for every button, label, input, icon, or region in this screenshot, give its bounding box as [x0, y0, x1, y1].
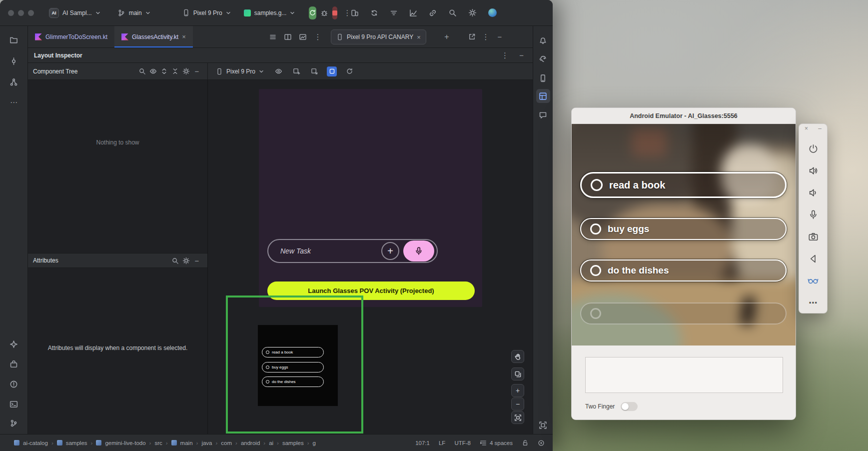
- close-icon[interactable]: ×: [182, 34, 186, 40]
- editor-more-icon[interactable]: ⋮: [312, 26, 324, 48]
- snapshot-add-button[interactable]: [291, 66, 302, 77]
- zoom-out-button[interactable]: −: [511, 398, 524, 410]
- inspector-device-selector[interactable]: Pixel 9 Pro: [214, 67, 266, 76]
- line-separator[interactable]: LF: [439, 440, 445, 446]
- sidebar-item-build[interactable]: [7, 357, 21, 371]
- task-item-selected[interactable]: read a book: [580, 172, 787, 198]
- vcs-branch-widget[interactable]: main: [114, 7, 153, 19]
- run-more-icon[interactable]: ⋮: [343, 9, 351, 16]
- unlock-icon[interactable]: [522, 440, 529, 446]
- close-icon[interactable]: ×: [417, 34, 421, 40]
- microphone-button[interactable]: [807, 208, 820, 221]
- tree-search-button[interactable]: [136, 66, 147, 77]
- panel-minimize-button[interactable]: −: [519, 52, 524, 59]
- breadcrumb-item[interactable]: gemini-live-todo: [105, 440, 145, 446]
- emulator-screen[interactable]: read a book buy eggs do the dishes: [572, 124, 796, 346]
- tree-settings-button[interactable]: [180, 66, 191, 77]
- tree-filter-button[interactable]: [147, 66, 158, 77]
- view-options-button[interactable]: [273, 66, 284, 77]
- voice-input-button[interactable]: [403, 240, 434, 262]
- sidebar-item-problems[interactable]: [7, 377, 21, 391]
- radio-icon[interactable]: [591, 179, 603, 191]
- sidebar-item-notifications[interactable]: [536, 33, 550, 47]
- open-in-window-button[interactable]: [466, 26, 478, 48]
- device-selector-widget[interactable]: Pixel 9 Pro: [179, 7, 234, 18]
- radio-icon[interactable]: [590, 265, 601, 276]
- profiler-icon[interactable]: [409, 9, 417, 17]
- layers-button[interactable]: [511, 368, 524, 380]
- breadcrumb-item[interactable]: samples: [66, 440, 87, 446]
- breadcrumb-item[interactable]: ai: [269, 440, 273, 446]
- attributes-hide-button[interactable]: −: [191, 255, 202, 266]
- running-devices-tab[interactable]: Pixel 9 Pro API CANARY ×: [331, 30, 426, 44]
- expand-all-button[interactable]: [158, 66, 169, 77]
- deep-inspect-toggle[interactable]: [327, 66, 337, 76]
- device-screenshot-phone[interactable]: New Task + Launch Glasses POV Activity (…: [259, 89, 482, 307]
- panel-more-button[interactable]: ⋮: [480, 26, 492, 48]
- sidebar-item-layout-inspector[interactable]: [536, 89, 550, 103]
- sidebar-item-device-manager[interactable]: [536, 71, 550, 85]
- refresh-button[interactable]: [344, 66, 355, 77]
- radio-icon[interactable]: [590, 224, 601, 234]
- stop-button[interactable]: [332, 6, 337, 20]
- project-widget[interactable]: AI AI Sampl...: [46, 6, 103, 20]
- profile-globe-icon[interactable]: [488, 8, 497, 17]
- volume-down-button[interactable]: [807, 186, 820, 199]
- sidebar-item-project[interactable]: [7, 33, 21, 47]
- sync-icon[interactable]: [370, 9, 378, 17]
- design-view-button[interactable]: [297, 26, 309, 48]
- traffic-light-minimize[interactable]: [18, 10, 24, 16]
- breadcrumb-item[interactable]: com: [221, 440, 232, 446]
- rerun-button[interactable]: [309, 6, 316, 20]
- split-view-button[interactable]: [282, 26, 294, 48]
- gear-icon[interactable]: [468, 8, 477, 17]
- task-item[interactable]: do the dishes: [580, 260, 787, 282]
- search-icon[interactable]: [448, 8, 457, 17]
- add-task-button[interactable]: +: [381, 242, 399, 260]
- more-options-button[interactable]: ⋯: [807, 296, 820, 309]
- pair-devices-icon[interactable]: [351, 9, 359, 17]
- zoom-in-button[interactable]: +: [511, 384, 524, 397]
- tab-glassesactivity[interactable]: GlassesActivity.kt ×: [114, 26, 193, 48]
- breadcrumb-item[interactable]: main: [180, 440, 193, 446]
- pan-mode-button[interactable]: [511, 350, 524, 363]
- sidebar-item-gradle[interactable]: [536, 52, 550, 66]
- toolbar-minimize-button[interactable]: –: [818, 126, 822, 132]
- run-configuration-widget[interactable]: samples.g...: [241, 8, 298, 18]
- volume-up-button[interactable]: [807, 164, 820, 177]
- breadcrumb-item[interactable]: java: [201, 440, 212, 446]
- breadcrumb-item[interactable]: android: [241, 440, 260, 446]
- component-tree-panel[interactable]: Nothing to show: [28, 80, 207, 253]
- sidebar-item-more[interactable]: ⋯: [7, 95, 21, 109]
- link-icon[interactable]: [429, 9, 437, 17]
- sidebar-item-gemini[interactable]: [7, 337, 21, 351]
- snapshot-export-button[interactable]: [309, 66, 320, 77]
- sidebar-item-git[interactable]: [7, 416, 21, 430]
- back-button[interactable]: [807, 252, 820, 265]
- breadcrumb-item[interactable]: g: [313, 440, 316, 446]
- device-render-pane[interactable]: New Task + Launch Glasses POV Activity (…: [208, 80, 533, 434]
- emulator-title-bar[interactable]: Android Emulator - AI_Glasses:5556: [572, 108, 796, 124]
- sidebar-item-zoom-window[interactable]: [536, 418, 550, 432]
- power-button[interactable]: [807, 142, 820, 155]
- task-item[interactable]: buy eggs: [580, 218, 787, 240]
- breadcrumb-item[interactable]: ai-catalog: [23, 440, 48, 446]
- collapse-all-button[interactable]: [169, 66, 180, 77]
- filter-list-icon[interactable]: [390, 9, 398, 17]
- add-device-button[interactable]: +: [441, 26, 453, 48]
- indent-widget[interactable]: 4 spaces: [480, 440, 513, 446]
- breadcrumb-item[interactable]: samples: [282, 440, 304, 446]
- sidebar-item-commit[interactable]: [7, 54, 21, 68]
- sidebar-item-structure[interactable]: [7, 75, 21, 89]
- tab-glimmertodoscreen[interactable]: GlimmerToDoScreen.kt: [28, 26, 114, 48]
- zoom-fit-button[interactable]: [511, 411, 524, 424]
- inspection-status-icon[interactable]: [538, 440, 545, 446]
- toolbar-close-button[interactable]: ×: [805, 126, 808, 132]
- attributes-search-button[interactable]: [169, 255, 180, 266]
- touch-input-area[interactable]: [585, 357, 783, 393]
- traffic-light-close[interactable]: [8, 10, 14, 16]
- tree-hide-button[interactable]: −: [191, 66, 202, 77]
- two-finger-toggle[interactable]: [621, 402, 638, 411]
- hide-panel-button[interactable]: −: [494, 26, 506, 48]
- sidebar-item-terminal[interactable]: [7, 397, 21, 411]
